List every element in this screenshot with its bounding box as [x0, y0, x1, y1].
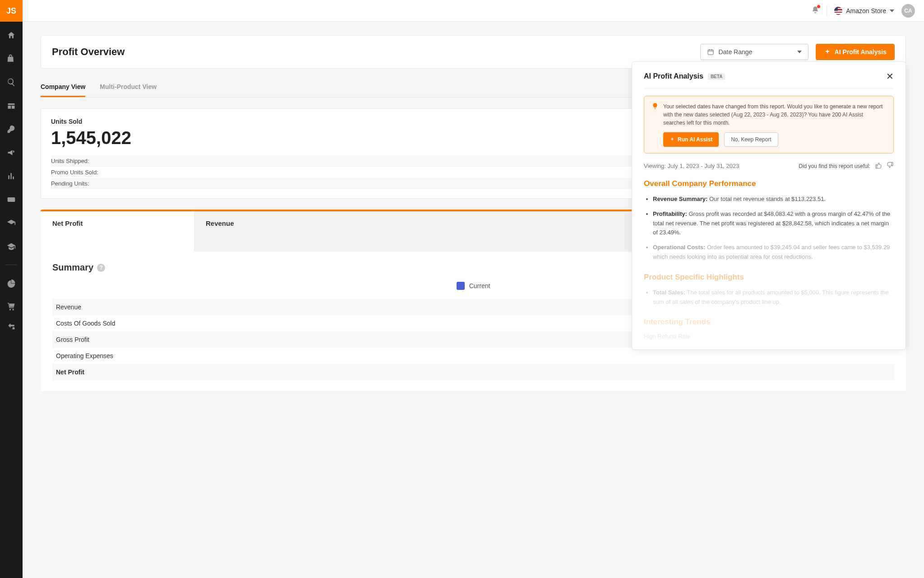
summary-row-net-profit: Net Profit	[52, 364, 894, 380]
store-label: Amazon Store	[846, 7, 886, 14]
content: Profit Overview Date Range AI Profit Ana…	[23, 22, 924, 578]
beta-badge: BETA	[708, 73, 725, 80]
tab-multi-product-view[interactable]: Multi-Product View	[100, 79, 157, 97]
ai-panel-title: AI Profit Analysis BETA	[644, 72, 725, 80]
ai-profit-analysis-button[interactable]: AI Profit Analysis	[816, 44, 895, 60]
notification-dot	[817, 5, 820, 8]
page-title: Profit Overview	[52, 46, 125, 58]
alert-box: Your selected dates have changed from th…	[644, 96, 894, 154]
nav-search-icon[interactable]	[6, 77, 17, 88]
nav-cart-icon[interactable]	[6, 301, 17, 312]
feedback-label: Did you find this report useful:	[799, 163, 870, 169]
notifications-icon[interactable]	[811, 6, 819, 16]
nav-bag-icon[interactable]	[6, 53, 17, 64]
nav-megaphone-icon[interactable]	[6, 147, 17, 158]
help-icon[interactable]: ?	[97, 264, 105, 272]
lightbulb-icon	[651, 103, 659, 127]
date-range-label: Date Range	[719, 48, 753, 56]
nav-box-icon[interactable]	[6, 100, 17, 111]
nav-home-icon[interactable]	[6, 30, 17, 41]
alert-text: Your selected dates have changed from th…	[663, 103, 886, 127]
date-range-selector[interactable]: Date Range	[700, 44, 808, 60]
summary-row-opex: Operating Expenses	[52, 348, 894, 364]
svg-rect-1	[708, 50, 713, 55]
header-divider	[827, 6, 827, 16]
caret-down-icon	[797, 51, 802, 53]
trend-sub: High Refund Rate	[644, 333, 894, 340]
caret-down-icon	[890, 9, 894, 12]
legend-swatch	[457, 282, 465, 290]
sparkle-icon	[824, 48, 831, 56]
nav-lock-icon[interactable]	[6, 320, 17, 331]
bullet-item: Operational Costs: Order fees amounted t…	[653, 243, 894, 262]
top-header: Amazon Store CA	[23, 0, 924, 22]
nav-chart-icon[interactable]	[6, 171, 17, 182]
section-heading-product: Product Specific Highlights	[644, 273, 894, 282]
bullet-item: Revenue Summary: Our total net revenue s…	[653, 195, 894, 204]
keep-report-button[interactable]: No, Keep Report	[724, 132, 778, 147]
sidebar: JS	[0, 0, 23, 578]
calendar-icon	[707, 48, 714, 56]
logo[interactable]: JS	[0, 0, 23, 22]
nav-graduation2-icon[interactable]	[6, 241, 17, 252]
section-heading-trends: Interesting Trends	[644, 317, 894, 326]
nav-key-icon[interactable]	[6, 124, 17, 135]
thumbs-up-icon[interactable]	[875, 162, 882, 170]
ai-panel: AI Profit Analysis BETA ✕ Your selected …	[632, 61, 906, 350]
profit-tab-net-profit[interactable]: Net Profit	[41, 211, 194, 252]
store-selector[interactable]: Amazon Store	[834, 7, 894, 15]
close-icon[interactable]: ✕	[886, 72, 894, 81]
nav-pie-icon[interactable]	[6, 278, 17, 289]
tab-company-view[interactable]: Company View	[41, 79, 85, 97]
thumbs-down-icon[interactable]	[887, 162, 894, 170]
section-heading-overall: Overall Company Performance	[644, 179, 894, 188]
bullet-item: Profitability: Gross profit was recorded…	[653, 210, 894, 238]
nav-graduation-icon[interactable]	[6, 218, 17, 228]
nav-divider	[5, 265, 17, 265]
bullet-item: Total Sales: The total sales for all pro…	[653, 288, 894, 307]
svg-rect-0	[8, 197, 15, 202]
avatar[interactable]: CA	[901, 4, 915, 18]
nav-ad-icon[interactable]	[6, 194, 17, 205]
viewing-dates: Viewing: July 1, 2023 - July 31, 2023	[644, 163, 739, 169]
sparkle-icon	[670, 137, 675, 142]
run-ai-assist-button[interactable]: Run AI Assist	[663, 132, 719, 147]
flag-us-icon	[834, 7, 842, 15]
